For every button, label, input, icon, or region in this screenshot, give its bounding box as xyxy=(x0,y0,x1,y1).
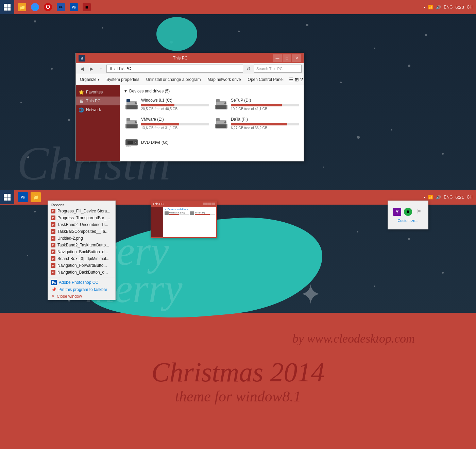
taskbar-photoshop[interactable]: Ps xyxy=(68,1,80,13)
drive-g[interactable]: DVD DVD Drive (G:) xyxy=(123,134,210,151)
drive-e-space: 13,6 GB free of 31,1 GB xyxy=(141,126,209,130)
svg-rect-11 xyxy=(126,124,137,128)
search-box[interactable]: Search This PC xyxy=(254,65,302,73)
jumplist-pin[interactable]: 📌 Pin this program to taskbar xyxy=(48,286,115,293)
svg-point-19 xyxy=(224,121,226,123)
jumplist-item-icon-6: P xyxy=(51,249,55,254)
taskbar-top-lang: ENG xyxy=(444,5,453,10)
svg-text:DVD: DVD xyxy=(126,145,131,147)
taskbar-top-network-icon: 📶 xyxy=(428,5,433,10)
svg-point-24 xyxy=(135,142,136,143)
taskbar-opera[interactable]: O xyxy=(42,1,54,13)
drive-c[interactable]: Windows 8.1 (C:) 20,5 GB free of 40,5 GB xyxy=(123,96,210,113)
jumplist-item-4[interactable]: P Untitled-2.png xyxy=(48,235,115,242)
jumplist-item-5[interactable]: P TaskBand2_TaskItemButto... xyxy=(48,242,115,248)
drive-d-name: SeTuP (D:) xyxy=(231,98,299,103)
up-button[interactable]: ↑ xyxy=(97,65,105,73)
svg-rect-8 xyxy=(216,99,220,102)
jumplist-item-6[interactable]: P Navigation_BackButton_d... xyxy=(48,248,115,255)
forward-button[interactable]: ▶ xyxy=(87,65,96,73)
drive-e-info: VMware (E:) 13,6 GB free of 31,1 GB xyxy=(141,117,209,130)
ribbon-map-drive[interactable]: Map network drive xyxy=(206,76,242,83)
search-placeholder: Search This PC xyxy=(256,67,283,71)
ribbon-system-properties[interactable]: System properties xyxy=(105,76,141,83)
svg-rect-18 xyxy=(216,118,220,121)
footer-text3: by www.cleodesktop.com xyxy=(292,331,415,346)
address-bar[interactable]: 🖥 / This PC xyxy=(106,65,243,73)
explorer-thumbnail[interactable]: This PC ▼ Devices and drives Windows 8.1… xyxy=(151,201,217,238)
ribbon-uninstall[interactable]: Uninstall or change a program xyxy=(145,76,202,83)
explorer-main: ▼ Devices and drives (5) xyxy=(120,85,304,161)
sidebar-label-favorites: Favorites xyxy=(86,90,103,94)
start-button[interactable] xyxy=(0,0,14,14)
network-icon: 🌐 xyxy=(79,107,84,113)
drives-grid: Windows 8.1 (C:) 20,5 GB free of 40,5 GB xyxy=(123,96,300,151)
jumplist-item-1[interactable]: P Progress_TransparentBar_... xyxy=(48,214,115,221)
explorer-ribbon: Organize ▾ System properties Uninstall o… xyxy=(76,74,304,85)
taskbar-app6[interactable]: ■ xyxy=(81,1,92,13)
view-icon-1[interactable]: ☰ xyxy=(289,77,293,82)
maximize-button[interactable]: □ xyxy=(283,54,291,62)
taskbar-top-suffix: CH xyxy=(467,5,473,10)
jumplist-item-icon-1: P xyxy=(51,215,55,220)
pin-icon: 📌 xyxy=(51,287,56,292)
view-icon-2[interactable]: ⊞ xyxy=(295,77,299,82)
explorer-titlebar: 🖥 This PC — □ ✕ xyxy=(76,53,304,63)
drive-f[interactable]: DaTa (F:) 6,27 GB free of 36,2 GB xyxy=(213,115,300,132)
section-label-devices: Devices and drives (5) xyxy=(129,89,170,93)
taskbar-file-manager[interactable]: 📁 xyxy=(16,1,28,13)
start-button-bottom[interactable] xyxy=(0,190,14,204)
jumplist-item-8[interactable]: P Navigation_ForwardButto... xyxy=(48,262,115,269)
favorites-icon: ⭐ xyxy=(79,89,84,95)
tray-icon-flag[interactable]: ⚑ xyxy=(415,208,423,216)
taskbar-chrome[interactable]: 🌐 xyxy=(29,1,41,13)
tray-customize-button[interactable]: Customize... xyxy=(397,219,418,223)
sidebar-item-network[interactable]: 🌐 Network xyxy=(76,105,120,114)
jumplist-section-label: Recent xyxy=(48,201,115,208)
jumplist-item-3[interactable]: P TaskBar2Composited__Ta... xyxy=(48,228,115,235)
tray-icon-yahoo[interactable]: Y xyxy=(393,208,401,216)
taskbar-bottom-photoshop[interactable]: Ps xyxy=(17,191,29,203)
ribbon-organize[interactable]: Organize ▾ xyxy=(79,76,101,83)
sidebar-item-favorites[interactable]: ⭐ Favorites xyxy=(76,88,120,97)
ribbon-control-panel[interactable]: Open Control Panel xyxy=(247,76,285,83)
drive-c-icon xyxy=(125,98,138,111)
taskbar-bottom-time: 6:21 xyxy=(455,195,464,200)
jumplist-item-2[interactable]: P TaskBand2_UncombinedT... xyxy=(48,221,115,228)
jumplist-item-9[interactable]: P Navigation_BackButton_d... xyxy=(48,269,115,276)
taskbar-bottom-battery-icon: ▪ xyxy=(424,195,425,200)
taskbar-bottom-explorer[interactable]: 📁 xyxy=(30,191,41,203)
tray-icons-row: Y ● ⚑ xyxy=(393,208,423,216)
drive-e[interactable]: VMware (E:) 13,6 GB free of 31,1 GB xyxy=(123,115,210,132)
jumplist-close[interactable]: ✕ Close window xyxy=(48,293,115,300)
taskbar-bottom-lang: ENG xyxy=(444,195,453,200)
address-path: This PC xyxy=(117,66,131,71)
taskbar-pencil[interactable]: ✏ xyxy=(55,1,67,13)
sidebar-label-network: Network xyxy=(86,107,101,112)
svg-rect-22 xyxy=(128,141,133,144)
jumplist-item-icon-0: P xyxy=(51,209,55,213)
thumb-title: This PC xyxy=(153,202,164,206)
help-icon[interactable]: ? xyxy=(300,77,303,82)
back-button[interactable]: ◀ xyxy=(78,65,86,73)
explorer-sidebar: ⭐ Favorites 🖥 This PC 🌐 Network xyxy=(76,85,120,161)
explorer-toolbar: ◀ ▶ ↑ 🖥 / This PC ↺ Search This PC xyxy=(76,63,304,74)
jumplist-item-0[interactable]: P Progress_Fill_Device Stora... xyxy=(48,208,115,214)
svg-rect-1 xyxy=(126,105,137,109)
jumplist-item-7[interactable]: P SearchBox_[3]_dpiMinimal... xyxy=(48,255,115,262)
drive-d-icon xyxy=(215,98,228,111)
refresh-button[interactable]: ↺ xyxy=(244,65,253,73)
drive-c-name: Windows 8.1 (C:) xyxy=(141,98,209,103)
jumplist-item-icon-9: P xyxy=(51,270,55,275)
minimize-button[interactable]: — xyxy=(273,54,282,62)
thumb-close[interactable] xyxy=(211,203,215,205)
tray-popup: Y ● ⚑ Customize... xyxy=(388,201,428,229)
thumb-min[interactable] xyxy=(203,203,207,205)
thumb-max[interactable] xyxy=(207,203,211,205)
svg-rect-16 xyxy=(216,124,226,128)
sidebar-item-this-pc[interactable]: 🖥 This PC xyxy=(76,97,120,105)
drive-f-name: DaTa (F:) xyxy=(231,117,299,122)
close-button[interactable]: ✕ xyxy=(292,54,301,62)
tray-icon-green[interactable]: ● xyxy=(404,208,412,216)
drive-d[interactable]: SeTuP (D:) 10,2 GB free of 41,1 GB xyxy=(213,96,300,113)
